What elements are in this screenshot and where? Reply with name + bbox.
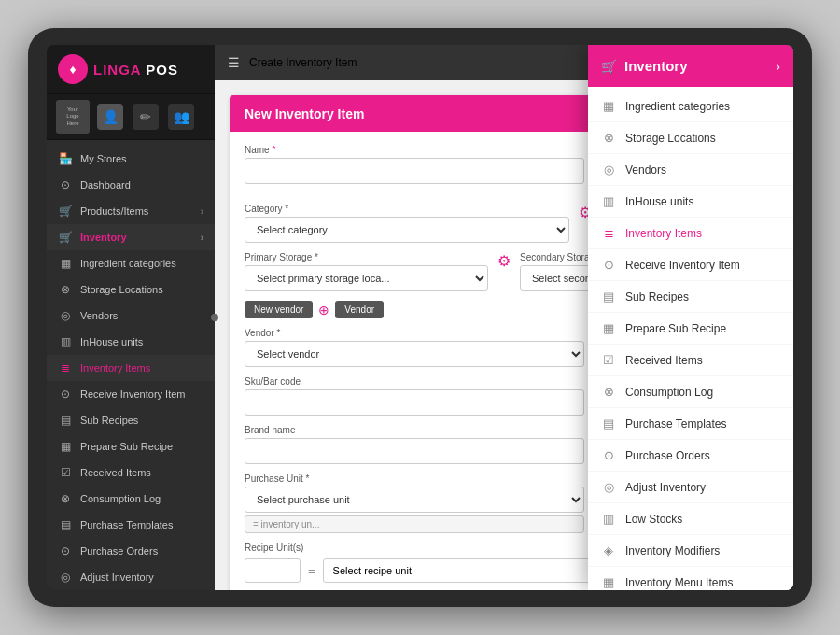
sidebar-item-adjust-inventory[interactable]: ◎ Adjust Inventory	[47, 564, 215, 590]
d-purchase-orders-icon: ⊙	[601, 448, 616, 462]
primary-storage-label: Primary Storage *	[245, 252, 488, 262]
dropdown-item-receive-inventory-item[interactable]: ⊙ Receive Inventory Item	[588, 249, 793, 281]
person-icon-btn[interactable]: 👤	[97, 104, 123, 130]
d-purchase-templates-icon: ▤	[601, 416, 616, 430]
sidebar-item-receive-inventory[interactable]: ⊙ Receive Inventory Item	[47, 381, 215, 407]
dropdown-item-low-stocks-label: Low Stocks	[625, 513, 682, 526]
inv-items-icon: ≣	[58, 361, 73, 374]
secondary-icon-area: ⚙	[497, 252, 511, 274]
dropdown-item-consumption-log[interactable]: ⊗ Consumption Log	[588, 376, 793, 408]
sidebar-item-prepare-sub-recipe[interactable]: ▦ Prepare Sub Recipe	[47, 433, 215, 459]
purchase-unit-field: Purchase Unit * Select purchase unit = i…	[245, 473, 584, 533]
dropdown-item-low-stocks[interactable]: ▥ Low Stocks	[588, 503, 793, 535]
sku-field: Sku/Bar code	[245, 376, 584, 416]
dropdown-item-consumption-log-label: Consumption Log	[625, 386, 713, 399]
hamburger-icon[interactable]: ☰	[228, 55, 240, 70]
dropdown-title: Inventory	[624, 58, 688, 74]
d-sub-recipes-icon: ▤	[601, 289, 616, 303]
d-ing-cat-icon: ▦	[601, 99, 616, 113]
sku-input[interactable]	[245, 389, 584, 416]
sidebar-item-sub-recipes[interactable]: ▤ Sub Recipes	[47, 407, 215, 433]
sidebar-item-inventory-items-label: Inventory Items	[80, 362, 150, 374]
sidebar-item-products-label: Products/Items	[80, 205, 148, 217]
sidebar-item-my-stores[interactable]: 🏪 My Stores	[47, 146, 215, 172]
dropdown-item-received-items[interactable]: ☑ Received Items	[588, 345, 793, 376]
brand-field: Brand name	[245, 425, 584, 464]
person2-icon-btn[interactable]: 👥	[168, 104, 194, 130]
sidebar-item-inventory-items[interactable]: ≣ Inventory Items	[47, 355, 215, 381]
d-received-icon: ☑	[601, 353, 616, 367]
sidebar-item-purchase-templates-label: Purchase Templates	[80, 519, 173, 530]
d-low-stocks-icon: ▥	[601, 512, 616, 526]
inventory-unit-eq: = inventory un...	[245, 515, 584, 533]
dropdown-item-inventory-items-label: Inventory Items	[625, 227, 702, 240]
dropdown-item-inhouse-units[interactable]: ▥ InHouse units	[588, 186, 793, 218]
dropdown-item-inventory-modifiers[interactable]: ◈ Inventory Modifiers	[588, 535, 793, 567]
pencil-icon-btn[interactable]: ✏	[133, 104, 159, 130]
sidebar-item-purchase-orders[interactable]: ⊙ Purchase Orders	[47, 538, 215, 564]
sidebar-item-storage-locations[interactable]: ⊗ Storage Locations	[47, 276, 215, 303]
name-input[interactable]	[245, 158, 584, 184]
avatar-area: YourLogoHere 👤 ✏ 👥	[47, 94, 215, 140]
dropdown-item-sub-recipes[interactable]: ▤ Sub Recipes	[588, 281, 793, 313]
sub-recipes-icon: ▤	[58, 414, 73, 427]
dropdown-header: 🛒 Inventory ›	[588, 45, 793, 87]
sidebar-item-consumption-log-label: Consumption Log	[80, 493, 161, 504]
category-label: Category *	[245, 204, 569, 214]
dropdown-item-storage-locations[interactable]: ⊗ Storage Locations	[588, 122, 793, 154]
primary-storage-select[interactable]: Select primary storage loca...	[245, 265, 488, 291]
purchase-templates-icon: ▤	[58, 518, 73, 531]
consumption-icon: ⊗	[58, 492, 73, 505]
sidebar-item-consumption-log[interactable]: ⊗ Consumption Log	[47, 486, 215, 512]
vendor-select[interactable]: Select vendor	[245, 341, 584, 367]
new-vendor-tab[interactable]: New vendor	[245, 301, 313, 318]
dropdown-arrow-icon[interactable]: ›	[776, 59, 780, 74]
sidebar-item-products[interactable]: 🛒 Products/Items ›	[47, 198, 215, 224]
vendor-tab[interactable]: Vendor	[335, 301, 384, 318]
recipe-value-input[interactable]	[245, 558, 301, 583]
name-label: Name *	[245, 145, 584, 155]
d-inv-modifiers-icon: ◈	[601, 543, 616, 557]
d-adjust-icon: ◎	[601, 480, 616, 494]
inhouse-icon: ▥	[58, 335, 73, 348]
dropdown-item-vendors[interactable]: ◎ Vendors	[588, 154, 793, 186]
dropdown-item-purchase-orders-label: Purchase Orders	[625, 449, 710, 462]
received-icon: ☑	[58, 466, 73, 479]
sidebar-item-purchase-templates[interactable]: ▤ Purchase Templates	[47, 512, 215, 538]
inventory-icon: 🛒	[58, 231, 73, 244]
dropdown-item-inventory-items[interactable]: ≣ Inventory Items	[588, 218, 793, 249]
vendor-label: Vendor *	[245, 328, 584, 338]
sidebar-item-my-stores-label: My Stores	[80, 153, 127, 164]
sidebar-item-purchase-orders-label: Purchase Orders	[80, 545, 158, 557]
dropdown-item-adjust-inventory[interactable]: ◎ Adjust Inventory	[588, 472, 793, 503]
dropdown-item-sub-recipes-label: Sub Recipes	[625, 290, 689, 303]
vendors-icon: ◎	[58, 309, 73, 322]
dropdown-header-icon: 🛒	[601, 59, 617, 74]
d-inv-menu-icon: ▦	[601, 575, 616, 589]
sidebar-item-vendors-label: Vendors	[80, 310, 118, 321]
storage-icon: ⊗	[58, 283, 73, 296]
sku-label: Sku/Bar code	[245, 376, 584, 387]
dropdown-item-purchase-orders[interactable]: ⊙ Purchase Orders	[588, 440, 793, 472]
dropdown-item-ingredient-categories[interactable]: ▦ Ingredient categories	[588, 91, 793, 122]
brand-input[interactable]	[245, 438, 584, 464]
dropdown-item-received-items-label: Received Items	[625, 354, 703, 367]
category-select[interactable]: Select category	[245, 217, 569, 243]
dropdown-item-inventory-modifiers-label: Inventory Modifiers	[625, 544, 720, 557]
dropdown-item-inventory-menu-items[interactable]: ▦ Inventory Menu Items	[588, 567, 793, 590]
sidebar-item-vendors[interactable]: ◎ Vendors	[47, 303, 215, 329]
sidebar-item-received-items[interactable]: ☑ Received Items	[47, 459, 215, 486]
dropdown-item-prepare-sub-recipe[interactable]: ▦ Prepare Sub Recipe	[588, 313, 793, 345]
d-storage-icon: ⊗	[601, 131, 616, 145]
sidebar-item-inhouse-units[interactable]: ▥ InHouse units	[47, 329, 215, 355]
sidebar-item-dashboard[interactable]: ⊙ Dashboard	[47, 172, 215, 198]
sidebar-item-storage-locations-label: Storage Locations	[80, 284, 163, 295]
dropdown-item-purchase-templates-label: Purchase Templates	[625, 417, 727, 430]
purchase-unit-select[interactable]: Select purchase unit	[245, 487, 584, 513]
dropdown-item-vendors-label: Vendors	[625, 163, 666, 176]
sidebar-item-sub-recipes-label: Sub Recipes	[80, 415, 138, 426]
sidebar-item-ingredient-categories[interactable]: ▦ Ingredient categories	[47, 250, 215, 276]
sidebar-item-inventory[interactable]: 🛒 Inventory ›	[47, 224, 215, 250]
sidebar-item-prepare-sub-recipe-label: Prepare Sub Recipe	[80, 441, 173, 452]
dropdown-item-purchase-templates[interactable]: ▤ Purchase Templates	[588, 408, 793, 440]
